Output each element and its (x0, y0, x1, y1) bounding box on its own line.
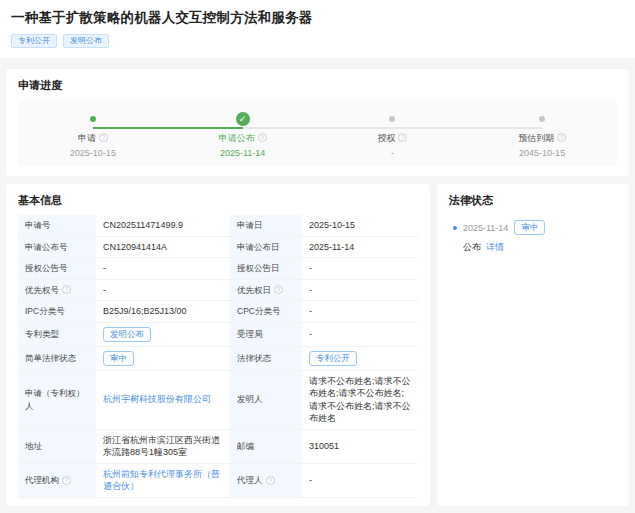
progress-section-title: 申请进度 (18, 78, 617, 93)
publication-number-value: CN120941414A (96, 237, 230, 259)
field-label: 申请号 (18, 215, 96, 237)
label-text: 法律状态 (237, 352, 271, 365)
label-text: 授权公告号 (25, 262, 68, 275)
legal-status-date: 2025-11-14 (463, 223, 508, 233)
label-text: 申请号 (25, 219, 51, 232)
field-label: 申请（专利权）人 (18, 371, 96, 430)
applicant-link[interactable]: 杭州宇树科技股份有限公司 (103, 393, 211, 406)
patent-type-value: 发明公布 (96, 323, 230, 347)
application-progress-card: 申请进度 申请? 2025-10-15 ✓ 申请公布? 2025-11-14 (6, 69, 629, 176)
label-text: 申请（专利权）人 (25, 387, 89, 412)
label-text: 申请日 (237, 219, 263, 232)
help-icon[interactable]: ? (266, 476, 275, 485)
patent-status-badge: 专利公开 (11, 34, 57, 48)
step-pending-dot-icon (539, 116, 545, 122)
value-text: 2025-11-14 (309, 241, 354, 254)
progress-step-expiry: 预估到期? 2045-10-15 (467, 111, 617, 158)
basic-info-card: 基本信息 申请号 CN202511471499.9 申请日 2025-10-15… (6, 184, 430, 506)
field-label: 授权公告日 (230, 258, 302, 280)
help-icon[interactable]: ? (398, 133, 407, 142)
field-label: 优先权号? (18, 280, 96, 302)
step-label: 授权? (318, 132, 468, 145)
progress-step-apply: 申请? 2025-10-15 (18, 111, 168, 158)
applicant-value: 杭州宇树科技股份有限公司 (96, 371, 230, 430)
legal-status-item: 2025-11-14 审中 公布 详情 (449, 220, 617, 254)
label-text: 发明人 (237, 393, 263, 406)
basic-info-table: 申请号 CN202511471499.9 申请日 2025-10-15 申请公布… (18, 215, 418, 498)
help-icon[interactable]: ? (258, 133, 267, 142)
value-text: CN120941414A (103, 241, 167, 254)
priority-date-value: - (302, 280, 418, 302)
legal-status-card: 法律状态 2025-11-14 审中 公布 详情 (437, 184, 629, 506)
postcode-value: 310051 (302, 430, 418, 464)
page-title: 一种基于扩散策略的机器人交互控制方法和服务器 (11, 9, 624, 27)
label-text: 优先权号 (25, 284, 59, 297)
step-pending-dot-icon (389, 116, 395, 122)
help-icon[interactable]: ? (99, 133, 108, 142)
label-text: 申请公布号 (25, 241, 68, 254)
help-icon[interactable]: ? (557, 133, 566, 142)
field-label: IPC分类号 (18, 301, 96, 323)
legal-status-badge: 专利公开 (309, 351, 357, 366)
progress-step-grant: 授权? - (318, 111, 468, 158)
application-date-value: 2025-10-15 (302, 215, 418, 237)
value-text: - (103, 284, 106, 297)
label-text: IPC分类号 (25, 305, 65, 318)
progress-timeline: 申请? 2025-10-15 ✓ 申请公布? 2025-11-14 授权? - (18, 111, 617, 158)
step-check-icon: ✓ (236, 112, 250, 126)
label-text: 授权公告日 (237, 262, 280, 275)
help-icon[interactable]: ? (62, 285, 71, 294)
help-icon[interactable]: ? (274, 285, 283, 294)
value-text: - (309, 305, 312, 318)
field-label: 法律状态 (230, 347, 302, 371)
step-date: 2025-11-14 (168, 148, 318, 158)
field-label: 优先权日? (230, 280, 302, 302)
legal-status-title: 法律状态 (449, 193, 617, 208)
simple-legal-status-badge: 审中 (103, 351, 134, 366)
simple-legal-status-value: 审中 (96, 347, 230, 371)
field-label: CPC分类号 (230, 301, 302, 323)
value-text: - (309, 284, 312, 297)
step-label-text: 申请 (78, 133, 96, 143)
grant-number-value: - (96, 258, 230, 280)
label-text: 邮编 (237, 440, 254, 453)
step-label: 申请公布? (168, 132, 318, 145)
step-date: 2025-10-15 (18, 148, 168, 158)
step-label: 预估到期? (467, 132, 617, 145)
field-label: 申请公布号 (18, 237, 96, 259)
main-content: 基本信息 申请号 CN202511471499.9 申请日 2025-10-15… (6, 184, 629, 506)
label-text: 受理局 (237, 328, 263, 341)
value-text: - (103, 262, 106, 275)
field-label: 受理局 (230, 323, 302, 347)
patent-header: 一种基于扩散策略的机器人交互控制方法和服务器 专利公开 发明公布 (0, 0, 635, 58)
publication-date-value: 2025-11-14 (302, 237, 418, 259)
field-label: 代理人? (230, 464, 302, 498)
agency-link[interactable]: 杭州前知专利代理事务所（普通合伙） (103, 468, 223, 493)
step-label: 申请? (18, 132, 168, 145)
progress-step-publication: ✓ 申请公布? 2025-11-14 (168, 111, 318, 158)
value-text: - (309, 262, 312, 275)
value-text: B25J9/16;B25J13/00 (103, 305, 187, 318)
field-label: 授权公告号 (18, 258, 96, 280)
field-label: 申请公布日 (230, 237, 302, 259)
basic-info-title: 基本信息 (18, 193, 418, 208)
value-text: 310051 (309, 440, 339, 453)
step-done-dot-icon (90, 116, 96, 122)
accepting-office-value: - (302, 323, 418, 347)
value-text: 2025-10-15 (309, 219, 355, 232)
patent-type-badge: 发明公布 (63, 34, 109, 48)
legal-status-value: 专利公开 (302, 347, 418, 371)
help-icon[interactable]: ? (62, 476, 71, 485)
value-text: CN202511471499.9 (103, 219, 183, 232)
label-text: CPC分类号 (237, 305, 280, 318)
label-text: 优先权日 (237, 284, 271, 297)
step-label-text: 预估到期 (518, 133, 554, 143)
legal-status-action: 公布 (463, 241, 481, 254)
agent-value: - (302, 464, 418, 498)
label-text: 代理机构 (25, 474, 59, 487)
field-label: 专利类型 (18, 323, 96, 347)
value-text: - (309, 328, 312, 341)
field-label: 邮编 (230, 430, 302, 464)
legal-status-detail-link[interactable]: 详情 (486, 241, 504, 254)
agency-value: 杭州前知专利代理事务所（普通合伙） (96, 464, 230, 498)
